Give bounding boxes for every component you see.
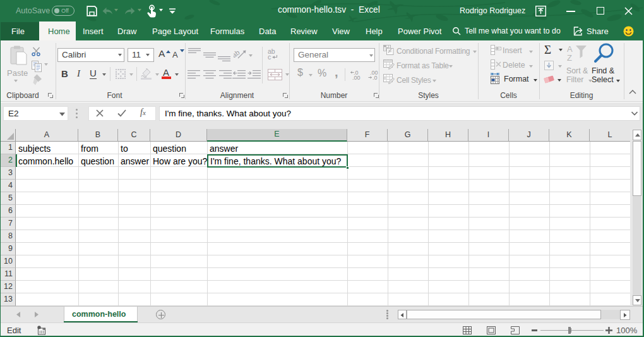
svg-text:c: c [268, 53, 271, 60]
svg-text:Z: Z [567, 53, 572, 63]
svg-text:ab: ab [234, 48, 241, 59]
svg-text:.0: .0 [373, 75, 378, 80]
svg-text:.00: .00 [352, 75, 361, 80]
svg-text:A: A [567, 44, 573, 54]
